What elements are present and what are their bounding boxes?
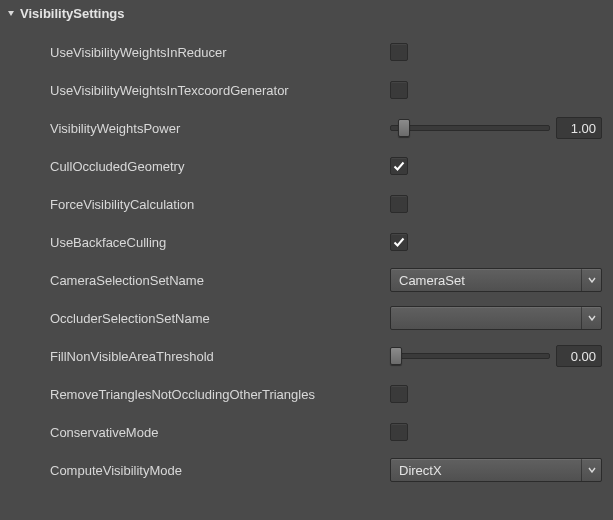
checkbox-use-backface-culling[interactable] bbox=[390, 233, 408, 251]
chevron-down-icon bbox=[581, 459, 601, 481]
label-occluder-selection-set-name: OccluderSelectionSetName bbox=[50, 311, 390, 326]
row-compute-visibility-mode: ComputeVisibilityMode DirectX bbox=[50, 451, 603, 489]
row-use-backface-culling: UseBackfaceCulling bbox=[50, 223, 603, 261]
row-remove-triangles-not-occluding-other-triangles: RemoveTrianglesNotOccludingOtherTriangle… bbox=[50, 375, 603, 413]
checkbox-use-visibility-weights-in-reducer[interactable] bbox=[390, 43, 408, 61]
row-occluder-selection-set-name: OccluderSelectionSetName bbox=[50, 299, 603, 337]
checkbox-use-visibility-weights-in-texcoord-generator[interactable] bbox=[390, 81, 408, 99]
row-use-visibility-weights-in-texcoord-generator: UseVisibilityWeightsInTexcoordGenerator bbox=[50, 71, 603, 109]
select-value-compute-visibility-mode: DirectX bbox=[399, 463, 442, 478]
slider-visibility-weights-power[interactable] bbox=[390, 125, 550, 131]
section-header[interactable]: VisibilitySettings bbox=[6, 6, 603, 21]
disclosure-triangle-icon[interactable] bbox=[6, 9, 16, 19]
label-use-visibility-weights-in-reducer: UseVisibilityWeightsInReducer bbox=[50, 45, 390, 60]
input-visibility-weights-power[interactable] bbox=[556, 117, 602, 139]
label-use-backface-culling: UseBackfaceCulling bbox=[50, 235, 390, 250]
visibility-settings-panel: VisibilitySettings UseVisibilityWeightsI… bbox=[0, 0, 613, 489]
slider-thumb-visibility-weights-power[interactable] bbox=[398, 119, 410, 137]
chevron-down-icon bbox=[581, 307, 601, 329]
checkbox-force-visibility-calculation[interactable] bbox=[390, 195, 408, 213]
row-fill-non-visible-area-threshold: FillNonVisibleAreaThreshold bbox=[50, 337, 603, 375]
label-remove-triangles-not-occluding-other-triangles: RemoveTrianglesNotOccludingOtherTriangle… bbox=[50, 387, 390, 402]
label-visibility-weights-power: VisibilityWeightsPower bbox=[50, 121, 390, 136]
label-cull-occluded-geometry: CullOccludedGeometry bbox=[50, 159, 390, 174]
section-title: VisibilitySettings bbox=[20, 6, 125, 21]
checkbox-cull-occluded-geometry[interactable] bbox=[390, 157, 408, 175]
label-force-visibility-calculation: ForceVisibilityCalculation bbox=[50, 197, 390, 212]
label-compute-visibility-mode: ComputeVisibilityMode bbox=[50, 463, 390, 478]
row-camera-selection-set-name: CameraSelectionSetName CameraSet bbox=[50, 261, 603, 299]
slider-thumb-fill-non-visible-area-threshold[interactable] bbox=[390, 347, 402, 365]
select-compute-visibility-mode[interactable]: DirectX bbox=[390, 458, 602, 482]
slider-fill-non-visible-area-threshold[interactable] bbox=[390, 353, 550, 359]
label-fill-non-visible-area-threshold: FillNonVisibleAreaThreshold bbox=[50, 349, 390, 364]
input-fill-non-visible-area-threshold[interactable] bbox=[556, 345, 602, 367]
row-cull-occluded-geometry: CullOccludedGeometry bbox=[50, 147, 603, 185]
label-use-visibility-weights-in-texcoord-generator: UseVisibilityWeightsInTexcoordGenerator bbox=[50, 83, 390, 98]
select-occluder-selection-set-name[interactable] bbox=[390, 306, 602, 330]
settings-rows: UseVisibilityWeightsInReducer UseVisibil… bbox=[6, 33, 603, 489]
label-camera-selection-set-name: CameraSelectionSetName bbox=[50, 273, 390, 288]
checkbox-conservative-mode[interactable] bbox=[390, 423, 408, 441]
label-conservative-mode: ConservativeMode bbox=[50, 425, 390, 440]
row-force-visibility-calculation: ForceVisibilityCalculation bbox=[50, 185, 603, 223]
chevron-down-icon bbox=[581, 269, 601, 291]
select-value-camera-selection-set-name: CameraSet bbox=[399, 273, 465, 288]
select-camera-selection-set-name[interactable]: CameraSet bbox=[390, 268, 602, 292]
row-use-visibility-weights-in-reducer: UseVisibilityWeightsInReducer bbox=[50, 33, 603, 71]
row-conservative-mode: ConservativeMode bbox=[50, 413, 603, 451]
row-visibility-weights-power: VisibilityWeightsPower bbox=[50, 109, 603, 147]
checkbox-remove-triangles-not-occluding-other-triangles[interactable] bbox=[390, 385, 408, 403]
